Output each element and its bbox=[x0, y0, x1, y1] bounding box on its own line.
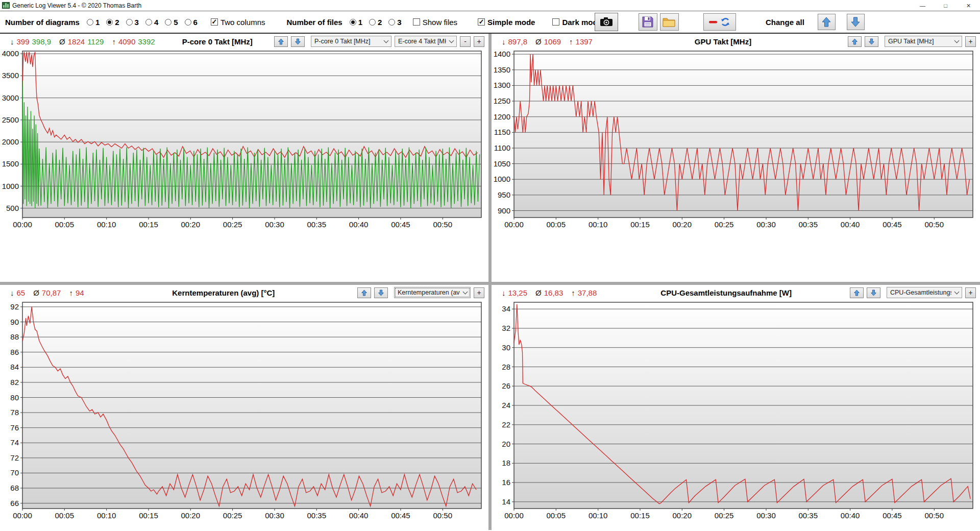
up-arrow-icon bbox=[822, 17, 831, 27]
temps-move-up-button[interactable] bbox=[357, 287, 371, 298]
gpu-add-series-button[interactable]: + bbox=[965, 36, 976, 47]
save-button[interactable] bbox=[639, 13, 657, 31]
chevron-down-icon bbox=[384, 38, 389, 43]
power-series-select[interactable]: CPU-Gesamtleistungsaufnahme [W] bbox=[887, 287, 962, 298]
simple-mode-checkbox[interactable]: Simple mode bbox=[478, 18, 535, 27]
svg-text:14: 14 bbox=[502, 497, 510, 506]
reset-refresh-button[interactable] bbox=[703, 13, 736, 31]
svg-text:00:30: 00:30 bbox=[265, 220, 284, 229]
gpu-move-up-button[interactable] bbox=[848, 36, 862, 47]
down-arrow-icon bbox=[378, 289, 384, 296]
temps-chart-title: Kerntemperaturen (avg) [°C] bbox=[93, 288, 354, 297]
temps-series-select[interactable]: Kerntemperaturen (avg) [°C] bbox=[394, 287, 471, 298]
svg-text:00:25: 00:25 bbox=[223, 220, 242, 229]
max-value: 1397 bbox=[576, 37, 593, 46]
screenshot-button[interactable] bbox=[595, 13, 618, 31]
svg-text:92: 92 bbox=[10, 302, 19, 311]
pcore-chart-plot[interactable]: 500100015002000250030003500400000:0000:0… bbox=[0, 49, 488, 231]
files-radio-1[interactable]: 1 bbox=[350, 18, 362, 27]
two-columns-checkbox[interactable]: Two columns bbox=[211, 18, 265, 27]
avg-glyph: Ø bbox=[33, 288, 39, 297]
pcore-move-down-button[interactable] bbox=[291, 36, 305, 47]
pcore-move-up-button[interactable] bbox=[274, 36, 288, 47]
pcore-stats: ↓399398,9 Ø18241129 ↑40903392 bbox=[10, 37, 161, 46]
svg-text:00:20: 00:20 bbox=[181, 511, 201, 520]
svg-text:00:00: 00:00 bbox=[13, 511, 32, 520]
down-arrow-icon bbox=[851, 17, 860, 27]
diagrams-radio-4[interactable]: 4 bbox=[145, 18, 158, 27]
diagrams-radio-2[interactable]: 2 bbox=[106, 18, 119, 27]
svg-text:84: 84 bbox=[10, 363, 19, 371]
svg-text:3000: 3000 bbox=[2, 93, 19, 102]
radio-icon bbox=[165, 19, 172, 26]
svg-text:76: 76 bbox=[10, 423, 19, 432]
gpu-chart-plot[interactable]: 9009501000105011001150120012501300135014… bbox=[492, 49, 980, 231]
show-files-checkbox[interactable]: Show files bbox=[413, 18, 457, 27]
power-stats: ↓13,25 Ø16,83 ↑37,88 bbox=[502, 288, 602, 297]
svg-text:00:05: 00:05 bbox=[547, 511, 566, 520]
svg-text:00:40: 00:40 bbox=[349, 511, 369, 520]
pcore-remove-series-button[interactable]: - bbox=[460, 36, 471, 47]
radio-icon bbox=[126, 19, 133, 26]
diagrams-radio-5[interactable]: 5 bbox=[165, 18, 178, 27]
svg-text:00:50: 00:50 bbox=[433, 220, 453, 229]
pcore-series2-select[interactable]: E-core 4 Takt [MHz] bbox=[395, 36, 457, 47]
svg-text:82: 82 bbox=[10, 378, 19, 387]
gpu-move-down-button[interactable] bbox=[865, 36, 878, 47]
svg-text:00:45: 00:45 bbox=[391, 220, 410, 229]
open-folder-button[interactable] bbox=[660, 13, 679, 31]
red-line-refresh-icon bbox=[708, 16, 731, 28]
svg-text:00:45: 00:45 bbox=[391, 511, 410, 520]
svg-text:00:25: 00:25 bbox=[715, 220, 734, 229]
temps-chart-plot[interactable]: 666870727476788082848688909200:0000:0500… bbox=[0, 300, 488, 522]
down-arrow-icon bbox=[869, 38, 874, 45]
close-button[interactable]: × bbox=[957, 0, 980, 11]
up-arrow-icon bbox=[278, 38, 284, 45]
files-radio-2[interactable]: 2 bbox=[369, 18, 382, 27]
number-of-diagrams-label: Number of diagrams bbox=[5, 18, 80, 27]
change-all-down-button[interactable] bbox=[847, 14, 865, 30]
pcore-add-series-button[interactable]: + bbox=[474, 36, 484, 47]
diagrams-radio-6[interactable]: 6 bbox=[185, 18, 198, 27]
change-all-up-button[interactable] bbox=[818, 14, 836, 30]
svg-text:22: 22 bbox=[502, 420, 510, 429]
svg-text:00:05: 00:05 bbox=[55, 220, 75, 229]
diagrams-radio-1[interactable]: 1 bbox=[87, 18, 100, 27]
svg-text:1350: 1350 bbox=[494, 65, 510, 74]
svg-text:00:50: 00:50 bbox=[925, 511, 944, 520]
svg-text:1200: 1200 bbox=[494, 112, 510, 121]
title-bar: Generic Log Viewer 5.4 - © 2020 Thomas B… bbox=[0, 0, 980, 11]
svg-text:30: 30 bbox=[502, 343, 510, 352]
temps-add-series-button[interactable]: + bbox=[474, 287, 484, 298]
svg-text:00:40: 00:40 bbox=[349, 220, 369, 229]
power-chart-plot[interactable]: 141618202224262830323400:0000:0500:1000:… bbox=[492, 300, 980, 522]
max-value-green: 3392 bbox=[138, 37, 155, 46]
chevron-down-icon bbox=[954, 38, 960, 43]
svg-text:00:30: 00:30 bbox=[756, 220, 776, 229]
panel-gpu-takt: ↓897,8 Ø1069 ↑1397 GPU Takt [MHz] GPU Ta… bbox=[492, 34, 980, 282]
power-move-down-button[interactable] bbox=[867, 287, 880, 298]
maximize-button[interactable]: □ bbox=[934, 0, 957, 11]
avg-glyph: Ø bbox=[535, 288, 542, 297]
chevron-down-icon bbox=[463, 289, 468, 294]
temps-move-down-button[interactable] bbox=[374, 287, 388, 298]
minimize-button[interactable]: — bbox=[911, 0, 934, 11]
red-dash-icon bbox=[709, 21, 717, 23]
power-move-up-button[interactable] bbox=[850, 287, 864, 298]
svg-text:28: 28 bbox=[502, 363, 510, 371]
svg-text:00:25: 00:25 bbox=[223, 511, 242, 520]
pcore-series1-select[interactable]: P-core 0 Takt [MHz] bbox=[311, 36, 391, 47]
diagrams-radio-3[interactable]: 3 bbox=[126, 18, 139, 27]
svg-text:1100: 1100 bbox=[494, 143, 510, 152]
power-add-series-button[interactable]: + bbox=[965, 287, 976, 298]
panel-cpu-power: ↓13,25 Ø16,83 ↑37,88 CPU-Gesamtleistungs… bbox=[492, 285, 980, 530]
svg-text:1000: 1000 bbox=[494, 175, 510, 183]
panel-kerntemperaturen: ↓65 Ø70,87 ↑94 Kerntemperaturen (avg) [°… bbox=[0, 285, 488, 530]
power-chart-header: ↓13,25 Ø16,83 ↑37,88 CPU-Gesamtleistungs… bbox=[492, 285, 980, 300]
diagram-count-radio-group: 1 2 3 4 5 6 bbox=[87, 18, 198, 27]
avg-value: 1069 bbox=[544, 37, 561, 46]
checkbox-checked-icon bbox=[211, 18, 218, 26]
files-radio-3[interactable]: 3 bbox=[388, 18, 401, 27]
chevron-down-icon bbox=[954, 289, 960, 294]
gpu-series-select[interactable]: GPU Takt [MHz] bbox=[885, 36, 962, 47]
